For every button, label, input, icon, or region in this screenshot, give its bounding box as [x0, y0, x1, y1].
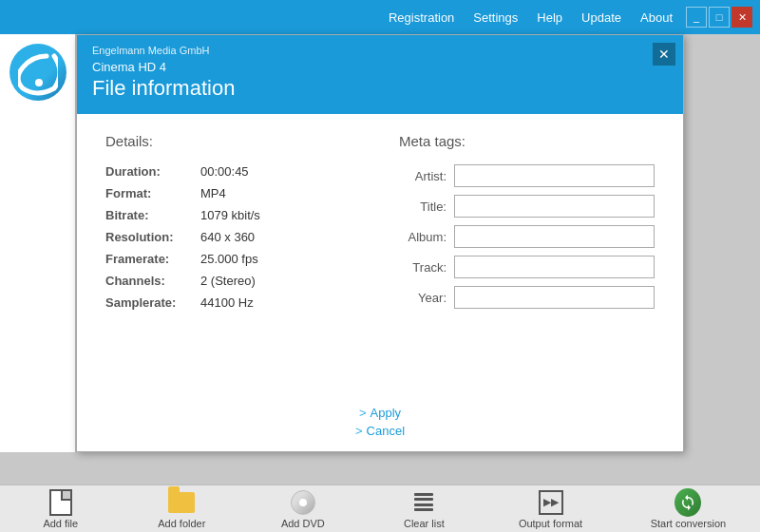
menu-registration[interactable]: Registration: [379, 7, 464, 28]
app-body: Engelmann Media GmbH Cinema HD 4 File in…: [0, 34, 760, 532]
apply-label[interactable]: Apply: [370, 406, 402, 420]
detail-bitrate-label: Bitrate:: [105, 208, 200, 222]
toolbar-add-folder[interactable]: Add folder: [143, 485, 219, 533]
detail-framerate-value: 25.000 fps: [200, 252, 258, 266]
detail-format-value: MP4: [200, 186, 226, 200]
detail-samplerate-value: 44100 Hz: [200, 295, 254, 310]
detail-framerate: Framerate: 25.000 fps: [105, 252, 361, 266]
detail-samplerate-label: Samplerate:: [105, 295, 200, 310]
meta-track-input[interactable]: [454, 256, 655, 278]
details-title: Details:: [105, 133, 361, 149]
apply-button[interactable]: > Apply: [359, 406, 401, 420]
menu-help[interactable]: Help: [527, 7, 572, 28]
add-file-label: Add file: [43, 518, 78, 529]
toolbar-add-dvd[interactable]: Add DVD: [265, 485, 341, 533]
company-name: Engelmann Media GmbH: [92, 45, 668, 56]
add-dvd-label: Add DVD: [281, 518, 325, 529]
detail-samplerate: Samplerate: 44100 Hz: [105, 295, 361, 310]
add-file-icon: [48, 489, 74, 516]
window-controls: _ □ ✕: [686, 7, 752, 28]
detail-duration: Duration: 00:00:45: [105, 164, 361, 179]
cancel-button[interactable]: > Cancel: [355, 424, 405, 438]
detail-resolution: Resolution: 640 x 360: [105, 230, 361, 244]
meta-artist-row: Artist:: [399, 164, 655, 187]
menu-about[interactable]: About: [631, 7, 682, 28]
logo-strip: [0, 34, 76, 452]
meta-tags-title: Meta tags:: [399, 133, 655, 149]
meta-year-input[interactable]: [454, 286, 655, 309]
cancel-label[interactable]: Cancel: [367, 424, 405, 438]
toolbar-clear-list[interactable]: Clear list: [386, 485, 462, 533]
meta-year-label: Year:: [399, 291, 446, 305]
details-section: Details: Duration: 00:00:45 Format: MP4 …: [105, 133, 361, 377]
menu-settings[interactable]: Settings: [464, 7, 527, 28]
meta-track-row: Track:: [399, 256, 655, 278]
detail-duration-value: 00:00:45: [200, 164, 249, 179]
detail-bitrate-value: 1079 kbit/s: [200, 208, 260, 222]
dialog-close-button[interactable]: ✕: [653, 43, 675, 66]
start-conversion-icon: [674, 489, 701, 516]
meta-album-input[interactable]: [454, 225, 655, 248]
close-button[interactable]: ✕: [732, 7, 752, 28]
add-folder-icon: [168, 489, 195, 516]
meta-artist-label: Artist:: [399, 169, 446, 183]
cancel-arrow: >: [355, 424, 363, 438]
clear-list-label: Clear list: [404, 518, 445, 529]
minimize-button[interactable]: _: [686, 7, 707, 28]
detail-channels: Channels: 2 (Stereo): [105, 274, 361, 288]
dialog-content: Details: Duration: 00:00:45 Format: MP4 …: [77, 114, 683, 396]
app-name: Cinema HD 4: [92, 60, 668, 74]
add-dvd-icon: [290, 489, 316, 516]
file-info-dialog: Engelmann Media GmbH Cinema HD 4 File in…: [76, 34, 684, 452]
detail-framerate-label: Framerate:: [105, 252, 200, 266]
svg-point-0: [35, 79, 43, 86]
meta-artist-input[interactable]: [454, 164, 655, 187]
meta-year-row: Year:: [399, 286, 655, 309]
maximize-button[interactable]: □: [709, 7, 730, 28]
toolbar-output-format[interactable]: ▶▶ Output format: [507, 485, 594, 533]
meta-tags-section: Meta tags: Artist: Title: Album: Track:: [399, 133, 655, 377]
detail-bitrate: Bitrate: 1079 kbit/s: [105, 208, 361, 222]
clear-list-icon: [410, 489, 437, 516]
detail-duration-label: Duration:: [105, 164, 200, 179]
output-format-icon: ▶▶: [538, 489, 564, 516]
meta-track-label: Track:: [399, 260, 446, 275]
dialog-title: File information: [92, 76, 668, 101]
detail-format: Format: MP4: [105, 186, 361, 200]
output-format-label: Output format: [519, 518, 582, 529]
detail-channels-value: 2 (Stereo): [200, 274, 256, 288]
toolbar-add-file[interactable]: Add file: [23, 485, 99, 533]
detail-channels-label: Channels:: [105, 274, 200, 288]
meta-title-label: Title:: [399, 200, 446, 214]
add-folder-label: Add folder: [158, 518, 205, 529]
meta-album-row: Album:: [399, 225, 655, 248]
dialog-header: Engelmann Media GmbH Cinema HD 4 File in…: [77, 35, 683, 114]
meta-title-input[interactable]: [454, 195, 655, 218]
detail-resolution-label: Resolution:: [105, 230, 200, 244]
detail-resolution-value: 640 x 360: [200, 230, 255, 244]
meta-title-row: Title:: [399, 195, 655, 218]
menu-bar: Registration Settings Help Update About: [8, 7, 682, 28]
apply-arrow: >: [359, 406, 367, 420]
start-conversion-label: Start conversion: [651, 518, 726, 529]
logo: [10, 44, 66, 101]
detail-format-label: Format:: [105, 186, 200, 200]
menu-update[interactable]: Update: [572, 7, 631, 28]
bottom-toolbar: Add file Add folder Add DVD: [0, 484, 760, 532]
title-bar: Registration Settings Help Update About …: [0, 0, 760, 34]
toolbar-start-conversion[interactable]: Start conversion: [639, 485, 737, 533]
dialog-actions: > Apply > Cancel: [77, 396, 683, 451]
meta-album-label: Album:: [399, 230, 446, 244]
